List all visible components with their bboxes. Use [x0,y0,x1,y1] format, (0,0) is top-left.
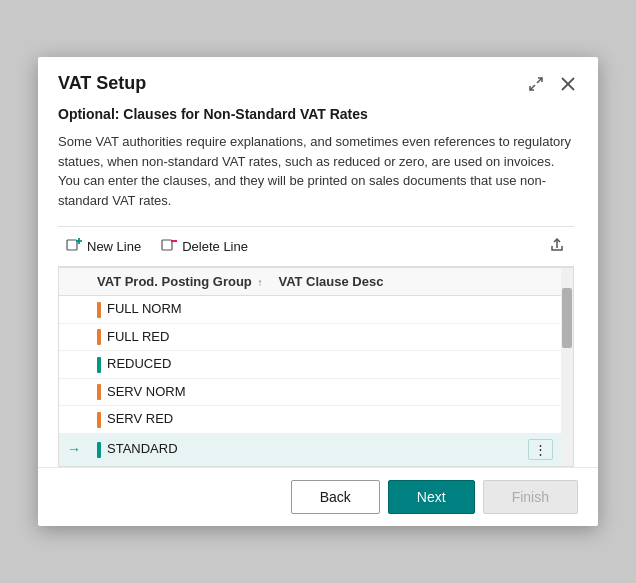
row-indicator-cell [59,406,89,434]
back-button[interactable]: Back [291,480,380,514]
posting-group-cell: FULL NORM [89,296,270,324]
table-row[interactable]: SERV RED [59,406,561,434]
color-bar [97,357,101,373]
color-bar [97,384,101,400]
background-overlay: VAT Setup [0,0,636,583]
sort-icon: ↑ [257,277,262,288]
scrollable-content[interactable]: Optional: Clauses for Non-Standard VAT R… [58,106,578,467]
table-scrollbar-thumb [562,288,572,348]
svg-rect-4 [67,240,77,250]
header-icons [526,74,578,94]
row-indicator-cell [59,323,89,351]
next-button[interactable]: Next [388,480,475,514]
posting-group-cell: STANDARD [89,433,270,465]
section-title: Optional: Clauses for Non-Standard VAT R… [58,106,574,122]
vat-table-container: VAT Prod. Posting Group ↑ VAT Clause Des… [58,267,574,467]
row-menu-cell[interactable]: ⋮ [520,433,561,465]
posting-group-name: REDUCED [107,356,171,371]
posting-group-name: STANDARD [107,441,178,456]
delete-line-icon [161,237,177,256]
table-toolbar: New Line Delete Line [58,226,574,267]
svg-rect-7 [162,240,172,250]
modal-header: VAT Setup [38,57,598,106]
modal-footer: Back Next Finish [38,467,598,526]
delete-line-button[interactable]: Delete Line [153,233,256,260]
posting-group-name: FULL RED [107,329,169,344]
row-indicator-cell [59,378,89,406]
row-menu-cell [520,378,561,406]
export-icon[interactable] [548,236,566,258]
table-row[interactable]: →STANDARD⋮ [59,433,561,465]
table-row[interactable]: FULL RED [59,323,561,351]
table-scrollbar[interactable] [561,268,573,466]
clause-desc-cell [270,323,520,351]
expand-button[interactable] [526,74,546,94]
posting-group-cell: FULL RED [89,323,270,351]
table-row[interactable]: FULL NORM [59,296,561,324]
col-clause-header: VAT Clause Desc [270,268,520,296]
row-indicator-cell: → [59,433,89,465]
clause-desc-cell [270,433,520,465]
color-bar [97,302,101,318]
row-menu-cell [520,351,561,379]
row-indicator-cell [59,351,89,379]
row-menu-cell [520,406,561,434]
posting-group-cell: SERV RED [89,406,270,434]
modal-body: Optional: Clauses for Non-Standard VAT R… [38,106,598,467]
table-row[interactable]: SERV NORM [59,378,561,406]
new-line-button[interactable]: New Line [58,233,149,260]
posting-group-cell: REDUCED [89,351,270,379]
close-button[interactable] [558,74,578,94]
delete-line-label: Delete Line [182,239,248,254]
col-posting-header[interactable]: VAT Prod. Posting Group ↑ [89,268,270,296]
table-body: FULL NORMFULL REDREDUCEDSERV NORMSERV RE… [59,296,561,466]
col-indicator-header [59,268,89,296]
modal-title: VAT Setup [58,73,146,94]
section-desc: Some VAT authorities require explanation… [58,132,574,210]
clause-desc-cell [270,406,520,434]
row-menu-cell [520,296,561,324]
row-menu-cell [520,323,561,351]
row-menu-button[interactable]: ⋮ [528,439,553,460]
row-indicator-cell [59,296,89,324]
posting-group-cell: SERV NORM [89,378,270,406]
posting-group-name: FULL NORM [107,301,182,316]
color-bar [97,442,101,458]
vat-table: VAT Prod. Posting Group ↑ VAT Clause Des… [59,268,561,466]
color-bar [97,412,101,428]
vat-setup-modal: VAT Setup [38,57,598,526]
color-bar [97,329,101,345]
col-menu-header [520,268,561,296]
new-line-icon [66,237,82,256]
table-row[interactable]: REDUCED [59,351,561,379]
finish-button: Finish [483,480,578,514]
new-line-label: New Line [87,239,141,254]
clause-desc-cell [270,378,520,406]
clause-desc-cell [270,351,520,379]
clause-desc-cell [270,296,520,324]
posting-group-name: SERV RED [107,411,173,426]
posting-group-name: SERV NORM [107,384,186,399]
row-arrow-icon: → [67,441,81,457]
